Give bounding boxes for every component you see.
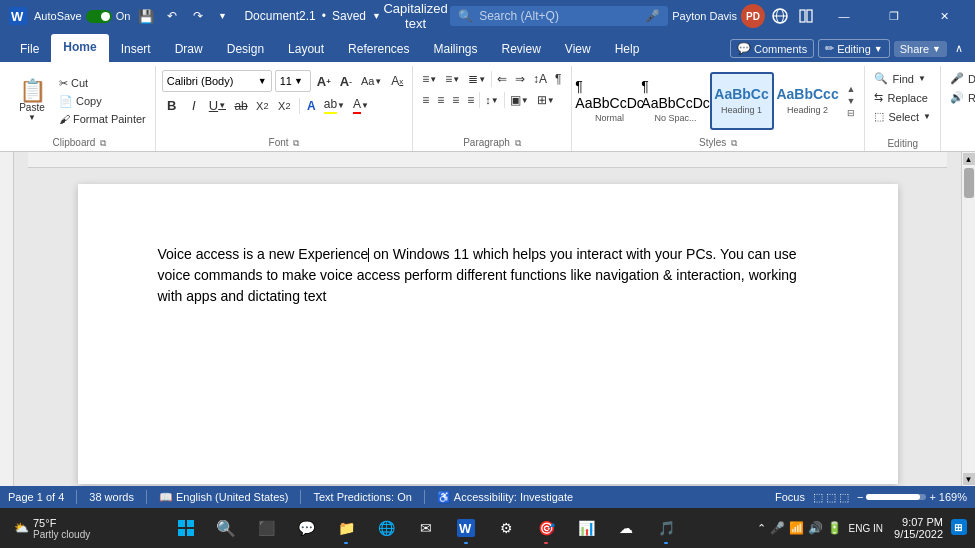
- align-right-button[interactable]: ≡: [449, 91, 462, 109]
- battery-icon[interactable]: 🔋: [827, 521, 842, 535]
- tab-references[interactable]: References: [336, 36, 421, 62]
- font-expand-icon[interactable]: ⧉: [293, 138, 299, 148]
- minimize-button[interactable]: —: [821, 0, 867, 32]
- style-heading1[interactable]: AaBbCc Heading 1: [710, 72, 774, 130]
- mic-taskbar-icon[interactable]: 🎤: [770, 521, 785, 535]
- powerpoint-button[interactable]: 📊: [568, 510, 604, 546]
- font-shrink-button[interactable]: A-: [337, 72, 355, 91]
- text-highlight-button[interactable]: ab ▼: [321, 95, 348, 116]
- subscript-button[interactable]: X2: [253, 98, 273, 114]
- tab-file[interactable]: File: [8, 36, 51, 62]
- strikethrough-button[interactable]: ab: [231, 97, 251, 115]
- teams-button[interactable]: 🎯: [528, 510, 564, 546]
- taskbar-search-button[interactable]: 🔍: [208, 510, 244, 546]
- read-aloud-button[interactable]: 🔊 Read Aloud: [947, 89, 975, 106]
- tab-review[interactable]: Review: [490, 36, 553, 62]
- shading-button[interactable]: ▣ ▼: [507, 91, 532, 109]
- multilevel-list-button[interactable]: ≣▼: [465, 70, 489, 88]
- style-heading2[interactable]: AaBbCcc Heading 2: [776, 72, 840, 130]
- increase-indent-button[interactable]: ⇒: [512, 70, 528, 88]
- underline-dropdown[interactable]: ▼: [218, 101, 226, 110]
- restore-button[interactable]: ❐: [871, 0, 917, 32]
- scrollbar-thumb[interactable]: [964, 168, 974, 198]
- zoom-in-button[interactable]: +: [929, 491, 935, 503]
- user-avatar[interactable]: PD: [741, 4, 765, 28]
- notification-button[interactable]: ⊞: [951, 519, 967, 538]
- hidden-icons-button[interactable]: ⌃: [757, 522, 766, 535]
- tab-help[interactable]: Help: [603, 36, 652, 62]
- replace-button[interactable]: ⇆ Replace: [871, 89, 930, 106]
- bullets-button[interactable]: ≡▼: [419, 70, 440, 88]
- word-taskbar-button[interactable]: W: [448, 510, 484, 546]
- comments-button[interactable]: 💬 Comments: [730, 39, 814, 58]
- borders-button[interactable]: ⊞ ▼: [534, 91, 558, 109]
- media-button[interactable]: 🎵: [648, 510, 684, 546]
- tab-draw[interactable]: Draw: [163, 36, 215, 62]
- zoom-out-button[interactable]: −: [857, 491, 863, 503]
- customize-qat-icon[interactable]: ▼: [214, 6, 230, 26]
- read-mode-button[interactable]: ⬚: [839, 491, 849, 504]
- mail-button[interactable]: ✉: [408, 510, 444, 546]
- numbering-button[interactable]: ≡▼: [442, 70, 463, 88]
- close-button[interactable]: ✕: [921, 0, 967, 32]
- sort-button[interactable]: ↕A: [530, 70, 550, 88]
- style-nospace[interactable]: ¶ AaBbCcDc No Spac...: [644, 72, 708, 130]
- volume-icon[interactable]: 🔊: [808, 521, 823, 535]
- line-spacing-button[interactable]: ↕▼: [482, 92, 501, 108]
- decrease-indent-button[interactable]: ⇐: [494, 70, 510, 88]
- tab-design[interactable]: Design: [215, 36, 276, 62]
- show-hide-button[interactable]: ¶: [552, 70, 564, 88]
- change-case-button[interactable]: Aa▼: [358, 73, 385, 89]
- scrollbar-up-button[interactable]: ▲: [963, 153, 975, 165]
- font-family-selector[interactable]: Calibri (Body) ▼: [162, 70, 272, 92]
- tab-layout[interactable]: Layout: [276, 36, 336, 62]
- ribbon-collapse-icon[interactable]: ∧: [951, 40, 967, 57]
- view-side-by-side-icon[interactable]: [795, 5, 817, 27]
- zoom-slider[interactable]: [866, 494, 926, 500]
- tab-mailings[interactable]: Mailings: [421, 36, 489, 62]
- doc-saved-arrow[interactable]: ▼: [372, 11, 381, 21]
- find-button[interactable]: 🔍 Find ▼: [871, 70, 928, 87]
- italic-button[interactable]: I: [184, 96, 204, 115]
- redo-icon[interactable]: ↷: [188, 6, 208, 26]
- clipboard-expand-icon[interactable]: ⧉: [100, 138, 106, 148]
- network-icon[interactable]: 📶: [789, 521, 804, 535]
- print-layout-button[interactable]: ⬚: [813, 491, 823, 504]
- style-normal[interactable]: ¶ AaBbCcDc Normal: [578, 72, 642, 130]
- select-button[interactable]: ⬚ Select ▼: [871, 108, 934, 125]
- font-size-selector[interactable]: 11 ▼: [275, 70, 311, 92]
- web-layout-button[interactable]: ⬚: [826, 491, 836, 504]
- autosave-toggle[interactable]: [86, 10, 112, 23]
- scrollbar-down-button[interactable]: ▼: [963, 473, 975, 485]
- save-icon[interactable]: 💾: [136, 6, 156, 26]
- search-box[interactable]: 🔍 🎤: [450, 6, 668, 26]
- onedrive-button[interactable]: ☁: [608, 510, 644, 546]
- word-online-icon[interactable]: [769, 5, 791, 27]
- share-button[interactable]: Share ▼: [894, 41, 947, 57]
- settings-taskbar-button[interactable]: ⚙: [488, 510, 524, 546]
- paste-button[interactable]: 📋 Paste ▼: [10, 77, 54, 125]
- task-view-button[interactable]: ⬛: [248, 510, 284, 546]
- styles-scroll-down[interactable]: ▼: [844, 95, 859, 107]
- datetime-display[interactable]: 9:07 PM 9/15/2022: [890, 516, 947, 540]
- font-grow-button[interactable]: A+: [314, 72, 334, 91]
- styles-scroll-up[interactable]: ▲: [844, 83, 859, 95]
- cut-button[interactable]: ✂ Cut: [56, 75, 149, 92]
- undo-icon[interactable]: ↶: [162, 6, 182, 26]
- language-indicator[interactable]: ENG IN: [846, 523, 886, 534]
- bold-button[interactable]: B: [162, 96, 182, 115]
- file-explorer-button[interactable]: 📁: [328, 510, 364, 546]
- edge-button[interactable]: 🌐: [368, 510, 404, 546]
- chat-button[interactable]: 💬: [288, 510, 324, 546]
- text-effects-button[interactable]: A: [304, 97, 319, 115]
- font-color-button[interactable]: A ▼: [350, 95, 372, 116]
- vertical-scrollbar[interactable]: ▲ ▼: [961, 152, 975, 486]
- align-left-button[interactable]: ≡: [419, 91, 432, 109]
- tab-insert[interactable]: Insert: [109, 36, 163, 62]
- search-input[interactable]: [479, 9, 639, 23]
- doc-page[interactable]: Voice access is a new Experience on Wind…: [78, 184, 898, 484]
- dictate-button[interactable]: 🎤 Dictate ▼: [947, 70, 975, 87]
- align-center-button[interactable]: ≡: [434, 91, 447, 109]
- para-expand-icon[interactable]: ⧉: [515, 138, 521, 148]
- editing-button[interactable]: ✏ Editing ▼: [818, 39, 890, 58]
